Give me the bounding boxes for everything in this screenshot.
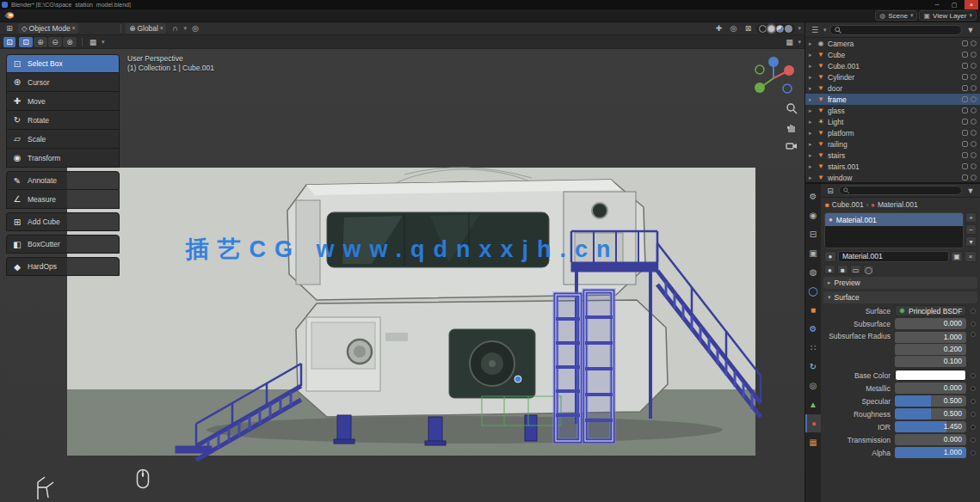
value-slider[interactable]: 0.000 — [895, 383, 966, 394]
remove-slot-button[interactable]: − — [965, 224, 977, 235]
snap-magnet-icon[interactable]: ∩ — [169, 23, 181, 34]
outliner-item[interactable]: ▸ railing — [805, 138, 980, 150]
outliner-item[interactable]: ▸ Camera — [805, 38, 980, 49]
tool-button[interactable]: Move — [6, 92, 120, 111]
disclosure-icon[interactable]: ▸ — [809, 119, 814, 126]
properties-tab[interactable] — [805, 225, 821, 243]
navigation-gizmo[interactable] — [751, 56, 796, 101]
keyframe-dot-icon[interactable] — [971, 412, 976, 417]
mode-dropdown[interactable]: ◇ Object Mode ▾ — [18, 23, 78, 34]
shading-wireframe-icon[interactable] — [759, 25, 767, 33]
hide-viewport-toggle-icon[interactable] — [962, 63, 968, 69]
tool-button[interactable]: Transform — [6, 149, 120, 168]
view-layer-selector[interactable]: ▣ View Layer ▾ — [919, 10, 977, 21]
property-field[interactable]: Principled BSDF Principled BSDF — [895, 305, 966, 316]
property-field[interactable]: 1.0000.2000.100 — [895, 332, 966, 367]
keyframe-dot-icon[interactable] — [971, 309, 976, 314]
property-field[interactable]: 0.500 0.500 — [895, 395, 966, 407]
hide-viewport-toggle-icon[interactable] — [962, 52, 968, 58]
hide-viewport-toggle-icon[interactable] — [962, 141, 968, 147]
tool-button[interactable]: Cursor — [6, 73, 120, 92]
outliner-item[interactable]: ▸ stairs — [805, 150, 980, 161]
keyframe-dot-icon[interactable] — [971, 425, 976, 430]
property-field[interactable]: 1.450 1.450 — [895, 421, 966, 432]
shading-material-icon[interactable] — [776, 25, 784, 33]
disable-render-toggle-icon[interactable] — [971, 152, 977, 158]
properties-tab[interactable] — [805, 301, 821, 319]
filter-funnel-icon[interactable]: ▼ — [965, 186, 977, 196]
outliner-item[interactable]: ▸ glass — [805, 105, 980, 116]
select-intersect-icon[interactable]: ⊗ — [63, 37, 77, 47]
tool-button[interactable]: Select Box — [6, 54, 120, 73]
disable-render-toggle-icon[interactable] — [971, 130, 977, 136]
tool-button[interactable]: BoxCutter — [6, 235, 120, 254]
properties-tab[interactable] — [805, 282, 821, 300]
disclosure-icon[interactable]: ▸ — [809, 107, 814, 114]
hide-viewport-toggle-icon[interactable] — [962, 163, 968, 169]
transform-orientation-dropdown[interactable]: ⊕ Global ▾ — [126, 23, 166, 34]
hide-viewport-toggle-icon[interactable] — [962, 40, 968, 46]
properties-tab[interactable] — [805, 414, 821, 432]
tool-button[interactable]: HardOps — [6, 257, 120, 276]
value-slider[interactable]: 0.500 — [895, 395, 966, 407]
keyframe-dot-icon[interactable] — [971, 399, 976, 404]
disclosure-icon[interactable]: ▸ — [809, 52, 814, 58]
disclosure-icon[interactable]: ▸ — [809, 152, 814, 159]
preview-sphere-icon[interactable]: ● — [824, 265, 835, 274]
xray-toggle-icon[interactable]: ⊠ — [742, 23, 754, 34]
close-button[interactable]: × — [965, 0, 978, 9]
keyframe-dot-icon[interactable] — [971, 321, 976, 327]
section-header[interactable]: Preview — [823, 277, 977, 289]
camera-view-icon[interactable] — [786, 140, 798, 152]
editor-type-icon[interactable]: ⊞ — [3, 23, 15, 34]
material-name-field[interactable]: Material.001 — [838, 251, 949, 262]
disclosure-icon[interactable]: ▸ — [809, 40, 814, 47]
unlink-icon[interactable]: × — [965, 251, 977, 262]
property-field[interactable]: #FFFFFF #FFFFFF — [895, 370, 966, 381]
outliner-item[interactable]: ▸ window — [805, 172, 980, 182]
shading-rendered-icon[interactable] — [785, 25, 792, 33]
outliner-item[interactable]: ▸ stairs.001 — [805, 161, 980, 172]
disclosure-icon[interactable]: ▸ — [809, 63, 814, 70]
disable-render-toggle-icon[interactable] — [971, 52, 977, 58]
properties-tab[interactable] — [805, 320, 821, 338]
property-field[interactable]: 0.500 0.500 — [895, 408, 966, 419]
outliner-editor-icon[interactable]: ☰ — [809, 25, 821, 35]
material-slot-active[interactable]: ● Material.001 — [825, 213, 963, 226]
keyframe-dot-icon[interactable] — [971, 438, 976, 443]
blender-logo-icon[interactable] — [3, 11, 15, 20]
tool-button[interactable]: Add Cube — [6, 212, 120, 231]
shading-solid-icon[interactable] — [767, 25, 775, 33]
disable-render-toggle-icon[interactable] — [971, 174, 977, 181]
maximize-button[interactable]: ▢ — [947, 0, 961, 9]
property-field[interactable]: 1.000 1.000 — [895, 447, 966, 458]
proportional-editing-icon[interactable]: ◎ — [189, 23, 201, 34]
properties-tab[interactable] — [805, 395, 821, 413]
vector-fields[interactable]: 1.0000.2000.100 — [895, 332, 966, 367]
section-header[interactable]: Surface — [823, 291, 977, 303]
disable-render-toggle-icon[interactable] — [971, 119, 977, 125]
hide-viewport-toggle-icon[interactable] — [962, 107, 968, 113]
3d-viewport[interactable]: User Perspective (1) Collection 1 | Cube… — [0, 49, 804, 502]
active-tool-icon[interactable]: ⊡ — [3, 37, 15, 47]
minimize-button[interactable]: ─ — [930, 0, 944, 9]
show-overlays-icon[interactable]: ◎ — [727, 23, 739, 34]
property-field[interactable]: 0.000 0.000 — [895, 383, 966, 394]
slot-specials-button[interactable]: ▾ — [965, 236, 977, 247]
properties-tab[interactable] — [805, 244, 821, 262]
select-subtract-icon[interactable]: ⊖ — [48, 37, 62, 47]
tool-button[interactable]: Rotate — [6, 111, 120, 130]
value-slider[interactable]: 1.000 — [895, 447, 966, 458]
material-slot-list[interactable]: ● Material.001 — [824, 212, 964, 248]
properties-editor-icon[interactable]: ⊟ — [824, 186, 836, 196]
color-swatch[interactable] — [895, 370, 966, 381]
select-set-icon[interactable]: ⊡ — [19, 37, 33, 47]
keyframe-dot-icon[interactable] — [971, 332, 976, 337]
show-gizmo-icon[interactable]: ✚ — [712, 23, 724, 34]
add-slot-button[interactable]: + — [965, 212, 977, 223]
keyframe-dot-icon[interactable] — [971, 373, 976, 378]
scene-selector[interactable]: ◍ Scene ▾ — [875, 10, 917, 21]
value-slider[interactable]: 1.450 — [895, 421, 966, 432]
outliner-item[interactable]: ▸ Light — [805, 116, 980, 127]
disclosure-icon[interactable]: ▸ — [809, 174, 814, 181]
